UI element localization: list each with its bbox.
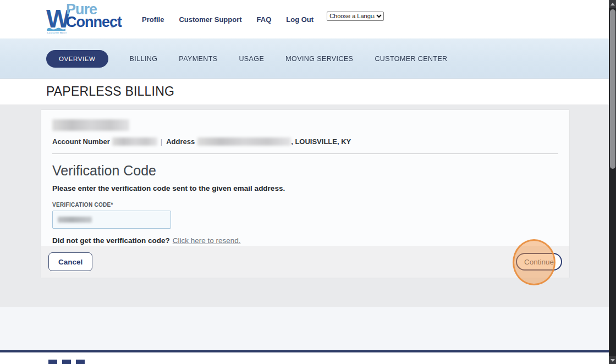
tab-payments[interactable]: PAYMENTS	[179, 54, 217, 63]
verification-code-input-wrap	[52, 211, 171, 229]
title-band: PAPERLESS BILLING	[0, 79, 609, 104]
redacted-customer-name	[52, 119, 129, 131]
tab-usage[interactable]: USAGE	[239, 54, 264, 63]
tab-billing[interactable]: BILLING	[130, 54, 158, 63]
pureconnect-logo[interactable]: W Pure Connect ™ Louisville Water	[46, 5, 117, 35]
social-icon-3[interactable]	[76, 360, 85, 364]
scrollbar-thumb[interactable]	[610, 9, 615, 169]
divider	[52, 153, 558, 154]
page-title: PAPERLESS BILLING	[46, 84, 174, 99]
site-header: W Pure Connect ™ Louisville Water Profil…	[0, 0, 609, 38]
redacted-account-number	[112, 137, 157, 146]
tab-overview[interactable]: OVERVIEW	[46, 50, 108, 68]
logo-tagline: Louisville Water	[47, 31, 67, 34]
content-area: Account Number | Address , LOUISVILLE, K…	[0, 104, 609, 307]
customer-support-link[interactable]: Customer Support	[179, 15, 241, 24]
vertical-scrollbar[interactable]	[609, 0, 616, 364]
social-icons-row	[48, 360, 85, 364]
continue-button[interactable]: Continue	[516, 253, 562, 271]
card-footer: Cancel Continue	[41, 246, 569, 278]
browser-viewport: W Pure Connect ™ Louisville Water Profil…	[0, 0, 616, 364]
account-number-label: Account Number	[52, 137, 110, 146]
water-wave-icon	[47, 27, 65, 31]
faq-link[interactable]: FAQ	[257, 15, 272, 24]
continue-button-wrap: Continue	[516, 253, 562, 271]
redacted-code-value	[58, 217, 92, 223]
account-separator: |	[161, 137, 162, 146]
arrow-up-icon	[610, 3, 615, 5]
tab-moving-services[interactable]: MOVING SERVICES	[285, 54, 353, 63]
scroll-down-button[interactable]	[609, 356, 616, 364]
tab-customer-center[interactable]: CUSTOMER CENTER	[375, 54, 447, 63]
page: W Pure Connect ™ Louisville Water Profil…	[0, 0, 609, 364]
language-select[interactable]: Choose a Language	[327, 12, 384, 21]
card-body: Account Number | Address , LOUISVILLE, K…	[41, 110, 569, 246]
verification-code-heading: Verification Code	[52, 163, 558, 179]
cancel-button[interactable]: Cancel	[48, 252, 92, 271]
utility-nav: Profile Customer Support FAQ Log Out	[142, 15, 314, 24]
main-nav: OVERVIEW BILLING PAYMENTS USAGE MOVING S…	[0, 38, 609, 79]
address-label: Address	[166, 137, 195, 146]
verification-instruction: Please enter the verification code sent …	[52, 184, 558, 192]
arrow-down-icon	[610, 359, 615, 362]
resend-question: Did not get the verification code?	[52, 236, 170, 245]
profile-link[interactable]: Profile	[142, 15, 164, 24]
resend-row: Did not get the verification code?Click …	[52, 236, 558, 245]
site-footer	[0, 352, 609, 364]
scroll-up-button[interactable]	[609, 0, 616, 8]
logout-link[interactable]: Log Out	[286, 15, 314, 24]
paperless-billing-card: Account Number | Address , LOUISVILLE, K…	[41, 110, 569, 278]
redacted-address	[197, 137, 291, 146]
city-state-text: , LOUISVILLE, KY	[291, 137, 351, 146]
resend-link[interactable]: Click here to resend.	[173, 236, 241, 245]
social-icon-2[interactable]	[62, 360, 71, 364]
social-icon-1[interactable]	[48, 360, 57, 364]
verification-code-field-label: VERIFICATION CODE*	[52, 202, 558, 208]
account-summary-row: Account Number | Address , LOUISVILLE, K…	[52, 137, 558, 146]
logo-trademark: ™	[111, 26, 114, 29]
lower-spacer	[0, 307, 609, 350]
